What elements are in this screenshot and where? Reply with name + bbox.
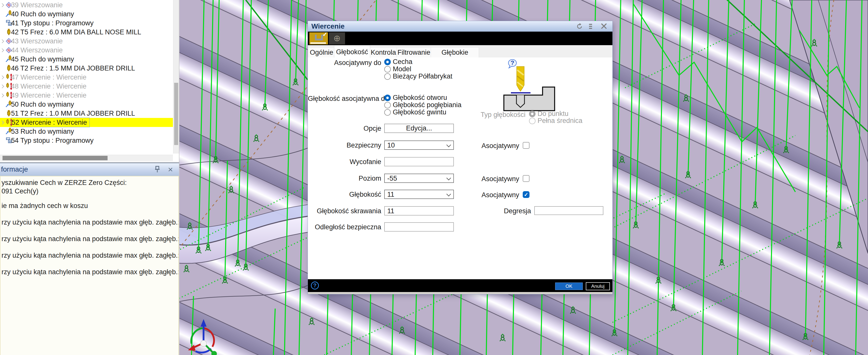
radio-label: Bieżący Półfabrykat xyxy=(393,72,452,80)
radio-cecha[interactable] xyxy=(384,59,391,65)
information-panel-body: yszukiwanie Cech w ZERZE Zero Części:091… xyxy=(0,176,179,355)
tool-holder-icon xyxy=(315,35,323,40)
radio-bie-cy-p-fabrykat[interactable] xyxy=(384,73,391,80)
tree-item[interactable]: 53 Ruch do wymiany xyxy=(0,127,173,136)
radio-model[interactable] xyxy=(384,66,391,72)
tool-mode-origin-button[interactable]: ⊕ xyxy=(329,32,345,44)
tree-item-label: 54 Typ stopu : Programowy xyxy=(11,136,93,145)
expander-icon[interactable] xyxy=(0,75,4,79)
assoc-label: Asocjatywny xyxy=(448,142,519,150)
expander-icon[interactable] xyxy=(0,84,4,88)
crosshair-icon: ⊕ xyxy=(334,33,341,43)
opcje-button[interactable]: Edycja... xyxy=(384,124,454,133)
check-icon: ✓ xyxy=(322,31,328,38)
tree-item[interactable]: 43 Wierszowanie xyxy=(0,37,173,46)
dialog-toolbar: ✓ ⊕ xyxy=(308,32,613,45)
pin-icon[interactable] xyxy=(154,166,161,173)
radio-pe-na-rednica[interactable] xyxy=(529,118,535,124)
radio-label: Do punktu xyxy=(537,110,568,118)
tree-item-label: 41 Typ stopu : Programowy xyxy=(11,19,93,28)
tree-horizontal-scrollbar[interactable] xyxy=(0,155,173,161)
radio-g-boko-gwintu[interactable] xyxy=(384,109,391,116)
tab-og-lnie[interactable]: Ogólnie xyxy=(308,47,335,58)
bezpieczny-combo[interactable]: 10 xyxy=(384,141,454,150)
radio-g-boko-pog-biania[interactable] xyxy=(384,102,391,108)
tree-item[interactable]: 48 Wiercenie : Wiercenie xyxy=(0,82,173,91)
tree-item[interactable]: 40 Ruch do wymiany xyxy=(0,9,173,19)
radio-label: Pełna średnica xyxy=(537,117,583,125)
information-panel: formacje × yszukiwanie Cech w ZERZE Zero… xyxy=(0,163,180,355)
active-underline xyxy=(310,42,326,44)
information-panel-titlebar: formacje × xyxy=(0,163,179,176)
assoc-checkbox-g-boko-[interactable]: ✓ xyxy=(523,191,529,198)
radio-do-punktu[interactable] xyxy=(529,111,535,117)
radio-g-boko-otworu[interactable] xyxy=(384,95,391,101)
tree-item[interactable]: 41 Typ stopu : Programowy xyxy=(0,19,173,28)
tree-item[interactable]: 45 Ruch do wymiany xyxy=(0,55,173,64)
field-label: Odległość bezpieczna xyxy=(308,223,381,231)
tab-kontrola[interactable]: Kontrola xyxy=(370,47,397,58)
expander-icon[interactable] xyxy=(0,94,4,98)
field-label: Opcje xyxy=(308,125,381,133)
tree-item[interactable]: 49 Wiercenie : Wiercenie xyxy=(0,91,173,100)
field-label: Bezpieczny xyxy=(308,142,381,149)
tree-item[interactable]: 47 Wiercenie : Wiercenie xyxy=(0,73,173,82)
tree-item-label: 50 Ruch do wymiany xyxy=(11,100,74,109)
tree-item-label: 49 Wiercenie : Wiercenie xyxy=(11,91,87,100)
drill-depth-schematic xyxy=(501,63,560,115)
expander-icon[interactable] xyxy=(0,39,4,43)
tree-item-label: 52 Wiercenie : Wiercenie xyxy=(11,118,90,127)
poziom-combo[interactable]: -55 xyxy=(384,174,454,183)
dialog-title: Wiercenie xyxy=(311,22,344,30)
tree-item[interactable]: 42 T5 Frez : 6.0 MM DIA BALL NOSE MILL xyxy=(0,28,173,37)
radio-label: Głębokość pogłębiania xyxy=(393,101,461,109)
expander-icon[interactable] xyxy=(0,48,4,52)
tree-item[interactable]: 54 Typ stopu : Programowy xyxy=(0,136,173,145)
tree-item-label: 39 Wierszowanie xyxy=(11,0,63,9)
radio-label: Model xyxy=(393,65,411,73)
group-label: Głębokość asocjatywna do xyxy=(308,95,381,103)
info-line: rzy użyciu kąta nachylenia na podstawie … xyxy=(1,235,179,243)
field-label: Głębokość xyxy=(308,191,381,199)
tab-g-bokie-otwory[interactable]: Głębokie Otwory xyxy=(431,47,479,58)
dialog-footer: ? OK Anuluj xyxy=(308,279,613,292)
tree-item[interactable]: 52 Wiercenie : Wiercenie xyxy=(0,118,173,127)
degresja-input[interactable] xyxy=(534,206,603,215)
dialog-titlebar[interactable]: Wiercenie ✕ xyxy=(308,21,613,32)
refresh-icon[interactable] xyxy=(576,23,583,30)
info-line: rzy użyciu kąta nachylenia na podstawie … xyxy=(1,251,179,260)
tree-item[interactable]: 44 Wierszowanie xyxy=(0,46,173,55)
cancel-button[interactable]: Anuluj xyxy=(586,282,610,290)
tree-item[interactable]: 46 T2 Frez : 1.5 MM DIA JOBBER DRILL xyxy=(0,64,173,73)
tool-mode-drill-button[interactable]: ✓ xyxy=(309,32,328,44)
help-icon[interactable]: ? xyxy=(311,282,319,289)
g-boko--value: 11 xyxy=(387,191,394,199)
assoc-label: Asocjatywny xyxy=(448,191,519,199)
field-label: Głębokość skrawania xyxy=(308,207,381,215)
group-label: Asocjatywny do xyxy=(308,59,381,67)
tree-vertical-scrollbar[interactable] xyxy=(173,0,179,153)
dialog-content: ? Asocjatywny doCechaModelBieżący Półfab… xyxy=(308,58,613,279)
ok-button[interactable]: OK xyxy=(555,283,583,290)
g-boko--combo[interactable]: 11 xyxy=(384,190,454,199)
tab-g-boko-[interactable]: Głębokość xyxy=(334,45,370,58)
g-boko-skrawania-input[interactable]: 11 xyxy=(384,206,454,215)
expander-icon[interactable] xyxy=(0,3,4,7)
operation-tree: 39 Wierszowanie40 Ruch do wymiany41 Typ … xyxy=(0,0,173,153)
odleg-o-bezpieczna-input[interactable] xyxy=(384,222,454,232)
tree-item[interactable]: 50 Ruch do wymiany xyxy=(0,100,173,109)
assoc-label: Asocjatywny xyxy=(448,175,519,183)
close-icon[interactable]: ✕ xyxy=(600,21,608,32)
tab-filtrowanie[interactable]: Filtrowanie xyxy=(397,47,431,58)
expander-icon[interactable] xyxy=(0,121,4,125)
tree-item[interactable]: 51 T2 Frez : 1.0 MM DIA JOBBER DRILL xyxy=(0,109,173,118)
close-icon[interactable]: × xyxy=(168,164,173,174)
tree-item-label: 51 T2 Frez : 1.0 MM DIA JOBBER DRILL xyxy=(11,109,135,118)
dialog-resize-edge[interactable] xyxy=(308,292,613,294)
tree-item[interactable]: 39 Wierszowanie xyxy=(0,0,173,9)
wycofanie-input[interactable] xyxy=(384,157,454,166)
assoc-checkbox-bezpieczny[interactable] xyxy=(523,142,529,149)
collapse-icon[interactable] xyxy=(587,23,594,30)
group-label: Typ głębokości xyxy=(458,111,525,119)
assoc-checkbox-poziom[interactable] xyxy=(523,175,529,182)
